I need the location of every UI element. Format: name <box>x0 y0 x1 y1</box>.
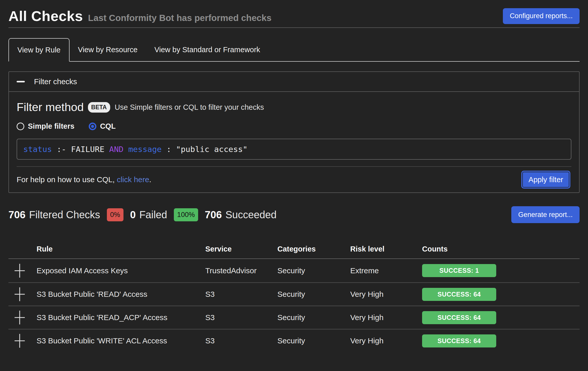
risk-level-cell: Very High <box>350 313 422 322</box>
filter-method-subtitle: Use Simple filters or CQL to filter your… <box>115 103 264 112</box>
expand-plus-icon[interactable] <box>15 263 25 278</box>
success-count-badge[interactable]: SUCCESS: 1 <box>422 264 496 277</box>
cql-token-value: : "public access" <box>162 145 247 154</box>
column-header-counts: Counts <box>422 245 580 253</box>
radio-cql[interactable]: CQL <box>89 122 116 130</box>
failed-count: 0 <box>130 209 136 221</box>
rule-cell: S3 Bucket Public 'READ' Access <box>37 290 205 299</box>
cql-token-failure: :- FAILURE <box>57 145 109 154</box>
tab-view-by-resource[interactable]: View by Resource <box>70 38 146 61</box>
radio-simple-filters[interactable]: Simple filters <box>17 122 74 130</box>
failed-percent-badge: 0% <box>107 208 123 221</box>
page-title: All Checks <box>8 8 83 24</box>
filtered-count: 706 <box>8 209 26 221</box>
column-header-service: Service <box>205 245 277 253</box>
cql-token-message: message <box>128 145 162 154</box>
radio-cql-circle[interactable] <box>89 123 96 130</box>
rule-cell: Exposed IAM Access Keys <box>37 266 205 275</box>
succeeded-percent-badge: 100% <box>174 208 198 221</box>
configured-reports-button[interactable]: Configured reports... <box>503 8 580 24</box>
risk-level-cell: Extreme <box>350 266 422 275</box>
filter-panel-header[interactable]: Filter checks <box>9 72 579 92</box>
column-header-risk-level: Risk level <box>350 245 422 253</box>
column-header-categories: Categories <box>277 245 350 253</box>
header-divider <box>8 27 580 28</box>
radio-cql-label: CQL <box>100 122 116 130</box>
cql-token-status: status <box>23 145 57 154</box>
table-row: S3 Bucket Public 'READ' Access S3 Securi… <box>8 282 580 305</box>
success-count-badge[interactable]: SUCCESS: 64 <box>422 334 496 347</box>
categories-cell: Security <box>277 266 350 275</box>
categories-cell: Security <box>277 313 350 322</box>
success-count-badge[interactable]: SUCCESS: 64 <box>422 288 496 301</box>
risk-level-cell: Very High <box>350 336 422 345</box>
cql-help-text: For help on how to use CQL, click here. <box>17 175 151 184</box>
cql-help-link[interactable]: click here <box>117 175 149 184</box>
categories-cell: Security <box>277 336 350 345</box>
cql-token-and: AND <box>109 145 123 154</box>
filter-panel-body: Filter method BETA Use Simple filters or… <box>9 92 579 192</box>
column-header-rule: Rule <box>37 245 205 253</box>
failed-label: Failed <box>139 209 167 221</box>
succeeded-label: Succeeded <box>225 209 277 221</box>
table-row: Exposed IAM Access Keys TrustedAdvisor S… <box>8 259 580 282</box>
collapse-minus-icon[interactable] <box>17 81 25 82</box>
service-cell: S3 <box>205 336 277 345</box>
filter-method-title: Filter method <box>17 101 84 114</box>
page-titles: All Checks Last Conformity Bot has perfo… <box>8 8 272 24</box>
all-checks-page: All Checks Last Conformity Bot has perfo… <box>0 0 588 371</box>
summary-row: 706 Filtered Checks 0% 0 Failed 100% 706… <box>8 206 580 223</box>
succeeded-count: 706 <box>205 209 222 221</box>
filtered-label: Filtered Checks <box>29 209 100 221</box>
filter-method-row: Filter method BETA Use Simple filters or… <box>17 101 571 114</box>
expand-plus-icon[interactable] <box>15 287 25 302</box>
apply-filter-button[interactable]: Apply filter <box>522 172 569 188</box>
filter-checks-panel: Filter checks Filter method BETA Use Sim… <box>8 71 580 193</box>
radio-simple-filters-circle[interactable] <box>17 123 24 130</box>
table-row: S3 Bucket Public 'WRITE' ACL Access S3 S… <box>8 329 580 352</box>
cql-token-space <box>123 145 128 154</box>
tab-view-by-standard-or-framework[interactable]: View by Standard or Framework <box>146 38 269 61</box>
radio-simple-filters-label: Simple filters <box>28 122 74 130</box>
service-cell: TrustedAdvisor <box>205 266 277 275</box>
filter-help-row: For help on how to use CQL, click here. … <box>17 167 571 192</box>
filter-method-radios: Simple filters CQL <box>17 122 571 130</box>
check-stats: 706 Filtered Checks 0% 0 Failed 100% 706… <box>8 208 277 221</box>
categories-cell: Security <box>277 290 350 299</box>
tab-view-by-rule[interactable]: View by Rule <box>8 38 70 62</box>
risk-level-cell: Very High <box>350 290 422 299</box>
help-text-prefix: For help on how to use CQL, <box>17 175 117 184</box>
expand-plus-icon[interactable] <box>15 310 25 325</box>
generate-report-button[interactable]: Generate report... <box>511 206 580 223</box>
beta-badge: BETA <box>88 102 110 113</box>
filter-panel-title: Filter checks <box>34 77 77 86</box>
service-cell: S3 <box>205 313 277 322</box>
page-header: All Checks Last Conformity Bot has perfo… <box>0 0 588 24</box>
page-subtitle: Last Conformity Bot has performed checks <box>88 13 272 23</box>
radio-cql-dot <box>91 125 94 128</box>
rule-cell: S3 Bucket Public 'READ_ACP' Access <box>37 313 205 322</box>
help-text-suffix: . <box>149 175 151 184</box>
service-cell: S3 <box>205 290 277 299</box>
checks-table: Rule Service Categories Risk level Count… <box>8 239 580 352</box>
success-count-badge[interactable]: SUCCESS: 64 <box>422 311 496 324</box>
table-header-row: Rule Service Categories Risk level Count… <box>8 239 580 259</box>
tab-bar: View by Rule View by Resource View by St… <box>8 38 580 62</box>
expand-plus-icon[interactable] <box>15 333 25 348</box>
rule-cell: S3 Bucket Public 'WRITE' ACL Access <box>37 336 205 345</box>
cql-query-input[interactable]: status :- FAILURE AND message : "public … <box>17 139 571 160</box>
table-row: S3 Bucket Public 'READ_ACP' Access S3 Se… <box>8 305 580 329</box>
